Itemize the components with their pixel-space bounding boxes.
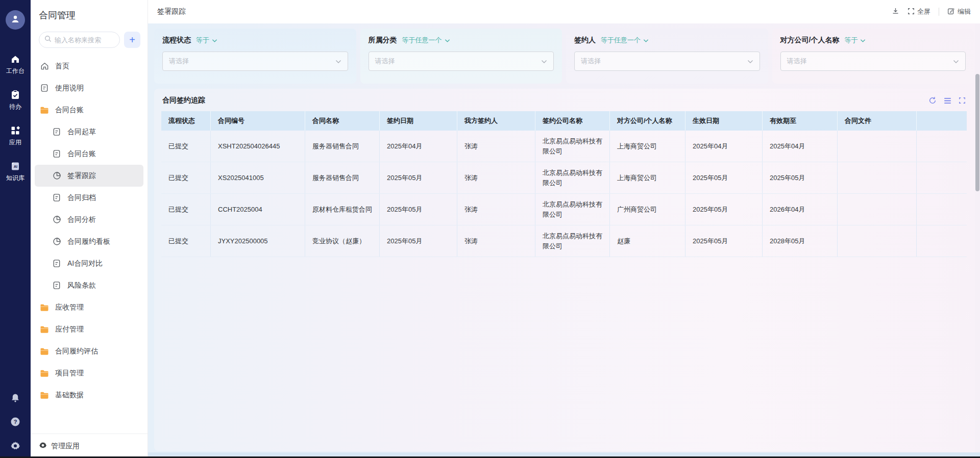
search-box[interactable] (39, 32, 120, 48)
table-cell: 上海商贸公司 (610, 131, 685, 162)
filter-card-process-status: 流程状态 等于 请选择 (154, 29, 356, 84)
vertical-scrollbar-thumb[interactable] (975, 74, 979, 191)
gear-outline-icon (39, 441, 47, 451)
expand-icon[interactable] (959, 97, 966, 104)
table-row[interactable]: 已提交XS2025041005服务器销售合同2025年05月张涛北京易点易动科技… (161, 162, 967, 194)
column-header: 签约日期 (380, 111, 457, 131)
sidebar-item-label: 合同台账 (55, 106, 84, 115)
table-cell: 张涛 (457, 162, 535, 193)
refresh-icon[interactable] (928, 96, 937, 105)
sidebar-item-contract-archive[interactable]: 合同归档 (35, 187, 143, 209)
sidebar-item-project-management[interactable]: 项目管理 (35, 362, 143, 384)
sidebar-item-contract-drafting[interactable]: 合同起草 (35, 121, 143, 143)
table-cell: 北京易点易动科技有限公司 (535, 225, 610, 257)
filter-condition-label: 等于任意一个 (601, 36, 641, 45)
edit-label: 编辑 (958, 7, 971, 16)
filter-select[interactable]: 请选择 (162, 52, 348, 71)
table-row[interactable]: 已提交JYXY202500005竞业协议（赵廉）2025年05月张涛北京易点易动… (161, 225, 967, 257)
manage-apps-button[interactable]: 管理应用 (31, 434, 148, 458)
chevron-down-icon (212, 37, 217, 44)
sidebar-item-receivables[interactable]: 应收管理 (35, 296, 143, 318)
table-card-header: 合同签约追踪 (161, 94, 967, 111)
table-cell: 服务器销售合同 (305, 131, 380, 162)
sidebar-item-performance-board[interactable]: 合同履约看板 (35, 231, 143, 252)
sidebar-item-label: 合同台账 (67, 149, 96, 159)
edit-icon (947, 7, 955, 16)
filter-condition-toggle[interactable]: 等于 (844, 36, 866, 45)
folder-icon (40, 391, 49, 399)
table-cell: 张涛 (457, 131, 535, 162)
knowledge-base-icon: AI (10, 161, 20, 171)
folder-icon (40, 369, 49, 377)
sidebar-item-label: 合同履约看板 (67, 237, 110, 246)
table-row[interactable]: 已提交CCHT2025004原材料仓库租赁合同2025年05月张涛北京易点易动科… (161, 194, 967, 225)
sidebar-item-contract-ledger-folder[interactable]: 合同台账 (35, 99, 143, 121)
table-body: 已提交XSHT202504026445服务器销售合同2025年04月张涛北京易点… (161, 131, 967, 257)
sidebar-item-performance-evaluation[interactable]: 合同履约评估 (35, 340, 143, 362)
filter-card-counterparty: 对方公司/个人名称 等于 请选择 (772, 29, 974, 84)
select-placeholder: 请选择 (169, 57, 189, 66)
sidebar-item-label: 应收管理 (55, 303, 84, 312)
rail-item-label: 待办 (9, 103, 21, 111)
chevron-down-icon (860, 37, 866, 44)
download-icon (892, 7, 899, 16)
table-cell (838, 194, 917, 225)
select-placeholder: 请选择 (787, 57, 807, 66)
column-header: 我方签约人 (457, 111, 535, 131)
filter-select[interactable]: 请选择 (574, 52, 760, 71)
svg-text:?: ? (14, 419, 17, 425)
table-cell: CCHT2025004 (211, 194, 305, 225)
sidebar-item-contract-analysis[interactable]: 合同分析 (35, 209, 143, 231)
sidebar-item-instructions[interactable]: 使用说明 (35, 77, 143, 99)
sidebar-search-row: + (31, 21, 148, 51)
table-cell: JYXY202500005 (211, 225, 305, 257)
table-cell (838, 225, 917, 257)
main-area: 签署跟踪 全屏 编辑 流程 (148, 0, 980, 458)
sidebar-item-ai-contract-compare[interactable]: AI合同对比 (35, 252, 143, 274)
notification-bell-icon[interactable] (10, 393, 20, 403)
horizontal-scrollbar[interactable] (148, 452, 980, 456)
user-avatar[interactable] (6, 10, 25, 30)
filter-condition-toggle[interactable]: 等于任意一个 (402, 36, 450, 45)
sidebar-item-risk-clauses[interactable]: 风险条款 (35, 274, 143, 296)
rail-item-todo[interactable]: 待办 (9, 90, 21, 111)
rail-item-label: 知识库 (6, 174, 24, 183)
table-cell: 张涛 (457, 194, 535, 225)
filter-condition-label: 等于 (196, 36, 209, 45)
topbar-actions: 全屏 编辑 (892, 7, 971, 16)
help-icon[interactable]: ? (10, 416, 21, 427)
filter-label: 流程状态 (162, 36, 191, 45)
filter-condition-toggle[interactable]: 等于 (196, 36, 217, 45)
table-cell: 已提交 (161, 162, 211, 193)
table-cell: 2025年05月 (763, 162, 838, 193)
sidebar-item-payables[interactable]: 应付管理 (35, 318, 143, 340)
column-header: 流程状态 (161, 111, 211, 131)
todo-clipboard-icon (11, 90, 20, 100)
rail-item-knowledge-base[interactable]: AI 知识库 (6, 161, 24, 183)
column-header: 合同文件 (838, 111, 917, 131)
sidebar-item-home[interactable]: 首页 (35, 55, 143, 77)
filter-condition-toggle[interactable]: 等于任意一个 (601, 36, 649, 45)
edit-button[interactable]: 编辑 (947, 7, 971, 16)
table-cell: 北京易点易动科技有限公司 (535, 131, 610, 162)
filter-select[interactable]: 请选择 (780, 52, 966, 71)
folder-icon (40, 325, 49, 334)
app-window: 工作台 待办 应用 AI 知识库 (0, 0, 980, 458)
table-cell: 2025年05月 (380, 162, 457, 193)
download-button[interactable] (892, 7, 899, 16)
rail-item-label: 应用 (9, 138, 21, 147)
list-menu-icon[interactable] (944, 97, 951, 104)
sidebar-item-contract-ledger[interactable]: 合同台账 (35, 143, 143, 165)
pie-chart-icon (52, 215, 61, 224)
search-input[interactable] (55, 36, 114, 44)
table-row[interactable]: 已提交XSHT202504026445服务器销售合同2025年04月张涛北京易点… (161, 131, 967, 162)
fullscreen-button[interactable]: 全屏 (908, 7, 930, 16)
filter-select[interactable]: 请选择 (369, 52, 554, 71)
settings-gear-icon[interactable] (10, 441, 20, 451)
rail-item-workbench[interactable]: 工作台 (6, 54, 24, 75)
sidebar-item-base-data[interactable]: 基础数据 (35, 384, 143, 406)
add-button[interactable]: + (124, 32, 140, 48)
rail-item-apps[interactable]: 应用 (9, 125, 21, 147)
select-placeholder: 请选择 (581, 57, 601, 66)
sidebar-item-signing-tracking[interactable]: 签署跟踪 (35, 165, 143, 187)
